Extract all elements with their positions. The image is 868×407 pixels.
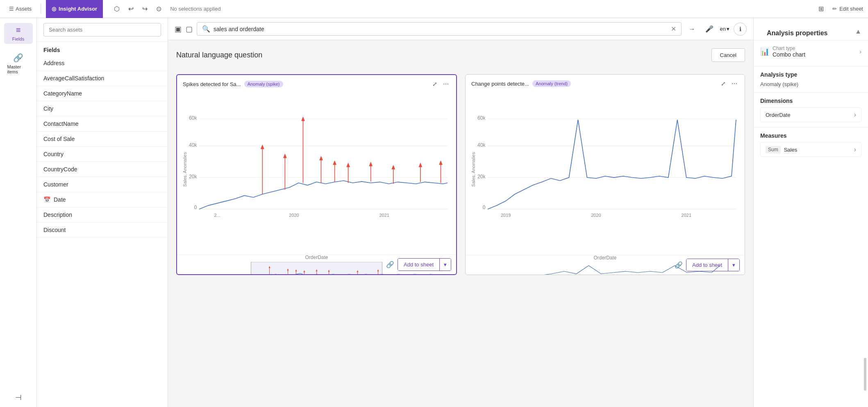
measure-chevron: › <box>854 146 856 153</box>
svg-text:2021: 2021 <box>682 213 691 218</box>
expand-icon[interactable]: ⤢ <box>431 79 439 89</box>
nlq-title: Natural language question <box>176 51 262 59</box>
toggle-layout-icon[interactable]: ▢ <box>186 25 193 34</box>
list-item[interactable]: 📅 Date <box>37 192 168 207</box>
svg-text:Sales, Anomalies: Sales, Anomalies <box>471 152 476 187</box>
right-scrollbar[interactable] <box>864 358 866 391</box>
list-item[interactable]: Address <box>37 56 168 71</box>
chart-1-header: Spikes detected for Sa... Anomaly (spike… <box>177 75 456 93</box>
more-options-icon[interactable]: ⋯ <box>441 79 450 89</box>
svg-text:20k: 20k <box>189 174 197 180</box>
toolbar-icons: ⬡ ↩ ↪ ⊙ <box>110 2 165 16</box>
svg-marker-21 <box>333 160 336 165</box>
list-item[interactable]: City <box>37 101 168 116</box>
forward-icon[interactable]: ↪ <box>138 2 151 16</box>
chart-2-xlabel: OrderDate <box>470 255 741 261</box>
fields-search-area <box>37 18 168 42</box>
svg-text:2021: 2021 <box>379 213 389 218</box>
chart-type-header[interactable]: 📊 Chart type Combo chart › <box>760 45 861 58</box>
chart-type-chevron[interactable]: › <box>859 48 861 55</box>
right-panel-title: Analysis properties <box>760 23 834 40</box>
lock-icon[interactable]: ⊙ <box>152 2 165 16</box>
measures-label: Measures <box>760 132 861 139</box>
mini-chart-2 <box>470 262 741 275</box>
lasso-icon[interactable]: ⬡ <box>110 2 123 16</box>
field-label: Description <box>43 211 72 218</box>
main-layout: ≡ Fields 🔗 Master items ⊣ Fields Address… <box>0 18 868 407</box>
combo-chart-icon: 📊 <box>760 47 769 56</box>
grid-icon[interactable]: ⊞ <box>814 2 827 16</box>
field-label: Customer <box>43 181 68 188</box>
field-label: Date <box>54 196 66 203</box>
list-item[interactable]: ContactName <box>37 116 168 132</box>
insight-advisor-nav-item[interactable]: ◎ Insight Advisor <box>46 0 103 18</box>
search-input[interactable] <box>43 23 161 36</box>
main-content: ▣ ▢ 🔍 ✕ → 🎤 en ▾ ℹ Natural language ques… <box>168 18 753 407</box>
list-item[interactable]: Country <box>37 147 168 162</box>
fields-icon: ≡ <box>16 25 21 35</box>
edit-sheet-label: Edit sheet <box>839 6 863 12</box>
chart-2-body: 60k 40k 20k 0 Sales, Anomalies <box>466 93 745 255</box>
left-sidebar: ≡ Fields 🔗 Master items ⊣ <box>0 18 37 407</box>
svg-marker-13 <box>261 145 264 149</box>
mic-icon[interactable]: 🎤 <box>703 23 716 36</box>
nlq-bar: Natural language question Cancel <box>176 48 745 62</box>
chart-2-actions: ⤢ ⋯ <box>719 79 739 89</box>
fields-list: Address AverageCallSatisfaction Category… <box>37 56 168 407</box>
back-icon[interactable]: ↩ <box>124 2 137 16</box>
list-item[interactable]: Discount <box>37 223 168 238</box>
edit-sheet-button[interactable]: ✏ Edit sheet <box>832 6 863 12</box>
chart-1-mini <box>181 260 452 275</box>
search-icon: 🔍 <box>202 25 210 33</box>
chart-1-body: 60k 40k 20k 0 Sales, Anomalies <box>177 93 456 255</box>
chart-2-title: Change points detecte... <box>471 81 529 87</box>
chart-card-2: Change points detecte... Anomaly (trend)… <box>465 74 745 275</box>
collapse-right-icon[interactable]: ▲ <box>855 28 861 35</box>
field-label: ContactName <box>43 121 79 127</box>
list-item[interactable]: Description <box>37 207 168 223</box>
master-items-icon: 🔗 <box>13 53 23 63</box>
dimension-item[interactable]: OrderDate › <box>760 107 861 122</box>
cancel-button[interactable]: Cancel <box>711 48 745 62</box>
list-item[interactable]: AverageCallSatisfaction <box>37 71 168 86</box>
dimensions-section: Dimensions OrderDate › <box>754 92 868 127</box>
language-selector[interactable]: en ▾ <box>720 26 729 32</box>
dimension-label: OrderDate <box>766 112 791 118</box>
list-item[interactable]: Cost of Sale <box>37 132 168 147</box>
sidebar-item-master-items[interactable]: 🔗 Master items <box>4 50 33 77</box>
mini-chart-1 <box>181 262 452 275</box>
svg-text:0: 0 <box>483 205 486 210</box>
collapse-sidebar-button[interactable]: ⊣ <box>15 393 22 402</box>
right-panel: Analysis properties ▲ 📊 Chart type Combo… <box>753 18 868 407</box>
svg-marker-31 <box>439 160 443 165</box>
query-input[interactable] <box>214 26 668 32</box>
assets-nav-item[interactable]: ☰ Assets <box>5 6 36 12</box>
list-item[interactable]: CountryCode <box>37 162 168 177</box>
chart-type-label: Chart type <box>773 45 805 51</box>
measure-field: Sales <box>784 147 851 153</box>
svg-marker-29 <box>418 163 422 167</box>
field-label: AverageCallSatisfaction <box>43 75 104 82</box>
analysis-type-value: Anomaly (spike) <box>760 81 861 87</box>
lang-chevron-icon: ▾ <box>727 26 729 32</box>
sidebar-item-fields[interactable]: ≡ Fields <box>4 23 33 44</box>
top-nav-right: ⊞ ✏ Edit sheet <box>814 2 863 16</box>
master-items-label: Master items <box>7 64 30 74</box>
assets-label: Assets <box>16 6 32 12</box>
chart-1-svg: 60k 40k 20k 0 Sales, Anomalies <box>181 93 452 255</box>
more-options-icon-2[interactable]: ⋯ <box>730 79 739 89</box>
chart-2-mini <box>470 261 741 275</box>
list-item[interactable]: CategoryName <box>37 86 168 101</box>
toggle-panel-icon[interactable]: ▣ <box>175 25 182 34</box>
svg-text:2...: 2... <box>214 213 220 218</box>
go-button[interactable]: → <box>686 23 699 36</box>
measure-item[interactable]: Sum Sales › <box>760 142 861 157</box>
expand-icon-2[interactable]: ⤢ <box>719 79 727 89</box>
list-item[interactable]: Customer <box>37 177 168 192</box>
measures-section: Measures Sum Sales › <box>754 127 868 162</box>
nav-divider <box>41 4 41 14</box>
fields-panel: Fields Address AverageCallSatisfaction C… <box>37 18 168 407</box>
clear-icon[interactable]: ✕ <box>671 25 676 33</box>
info-button[interactable]: ℹ <box>734 23 747 36</box>
chart-1-badge: Anomaly (spike) <box>244 81 283 87</box>
